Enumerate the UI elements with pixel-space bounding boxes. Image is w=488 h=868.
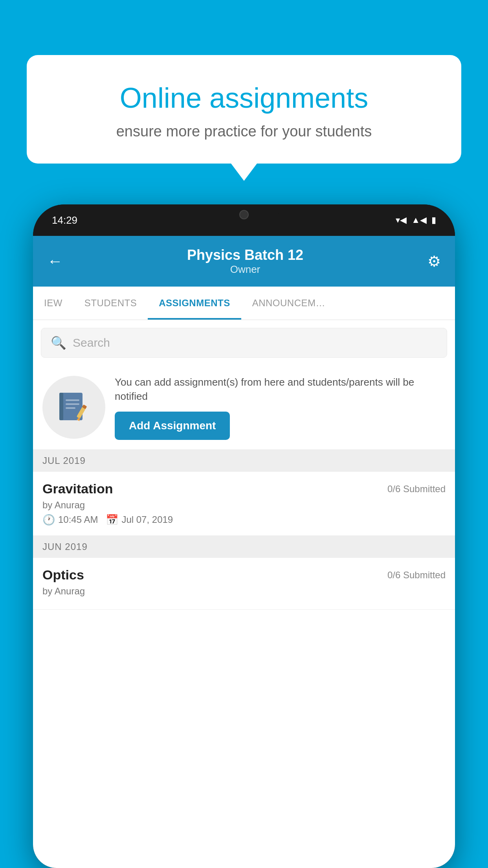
assignment-time-date: 🕐 10:45 AM 📅 Jul 07, 2019 (42, 514, 446, 526)
back-button[interactable]: ← (47, 252, 63, 270)
signal-icon: ▲◀ (411, 215, 427, 225)
tab-students[interactable]: STUDENTS (73, 287, 148, 320)
promo-text-area: You can add assignment(s) from here and … (115, 375, 446, 440)
tab-announcements[interactable]: ANNOUNCEM… (241, 287, 336, 320)
app-header: ← Physics Batch 12 Owner ⚙ (33, 236, 455, 287)
assignment-submitted-optics: 0/6 Submitted (387, 570, 446, 581)
tabs-container: IEW STUDENTS ASSIGNMENTS ANNOUNCEM… (33, 287, 455, 320)
assignment-meta-optics: by Anurag (42, 586, 446, 597)
tab-iew[interactable]: IEW (33, 287, 73, 320)
speech-bubble-container: Online assignments ensure more practice … (27, 55, 461, 164)
date-badge: 📅 Jul 07, 2019 (106, 514, 173, 526)
app-screen: ← Physics Batch 12 Owner ⚙ IEW STUDENTS … (33, 236, 455, 868)
speech-bubble-subtitle: ensure more practice for your students (50, 123, 438, 140)
assignment-date: Jul 07, 2019 (121, 514, 173, 525)
assignment-time: 10:45 AM (58, 514, 98, 525)
search-bar[interactable]: 🔍 Search (41, 328, 447, 358)
svg-rect-3 (66, 403, 79, 405)
notebook-icon (56, 390, 92, 425)
assignment-item-gravitation[interactable]: Gravitation 0/6 Submitted by Anurag 🕐 10… (33, 472, 455, 536)
promo-icon-circle (42, 376, 105, 439)
search-icon: 🔍 (51, 335, 66, 350)
assignment-name: Gravitation (42, 481, 113, 497)
batch-title: Physics Batch 12 (187, 247, 303, 263)
add-assignment-button[interactable]: Add Assignment (115, 412, 230, 440)
assignment-header-row: Gravitation 0/6 Submitted (42, 481, 446, 497)
month-separator-jul: JUL 2019 (33, 450, 455, 472)
time-badge: 🕐 10:45 AM (42, 514, 98, 526)
assignment-submitted: 0/6 Submitted (387, 484, 446, 495)
header-center: Physics Batch 12 Owner (187, 247, 303, 276)
assignment-meta: by Anurag (42, 500, 446, 511)
search-placeholder: Search (73, 336, 110, 349)
wifi-icon: ▾◀ (396, 215, 407, 225)
clock-icon: 🕐 (42, 514, 55, 526)
assignment-item-optics[interactable]: Optics 0/6 Submitted by Anurag (33, 558, 455, 610)
settings-icon[interactable]: ⚙ (427, 253, 441, 270)
assignment-name-optics: Optics (42, 567, 84, 583)
phone-mockup: 14:29 ▾◀ ▲◀ ▮ ← Physics Batch 12 Owner ⚙… (33, 204, 455, 868)
speech-bubble: Online assignments ensure more practice … (27, 55, 461, 164)
batch-subtitle: Owner (187, 263, 303, 276)
svg-rect-1 (59, 393, 63, 420)
calendar-icon: 📅 (106, 514, 118, 526)
status-bar: 14:29 ▾◀ ▲◀ ▮ (33, 204, 455, 236)
month-separator-jun: JUN 2019 (33, 536, 455, 558)
promo-section: You can add assignment(s) from here and … (33, 366, 455, 450)
svg-rect-2 (66, 399, 79, 401)
status-time: 14:29 (52, 214, 77, 226)
promo-description: You can add assignment(s) from here and … (115, 375, 446, 404)
tab-assignments[interactable]: ASSIGNMENTS (148, 287, 241, 320)
assignment-header-row-optics: Optics 0/6 Submitted (42, 567, 446, 583)
battery-icon: ▮ (431, 215, 436, 225)
phone-notch (209, 204, 279, 225)
speech-bubble-title: Online assignments (50, 83, 438, 114)
phone-camera (239, 210, 249, 219)
status-icons: ▾◀ ▲◀ ▮ (396, 215, 436, 225)
svg-rect-4 (66, 407, 75, 409)
